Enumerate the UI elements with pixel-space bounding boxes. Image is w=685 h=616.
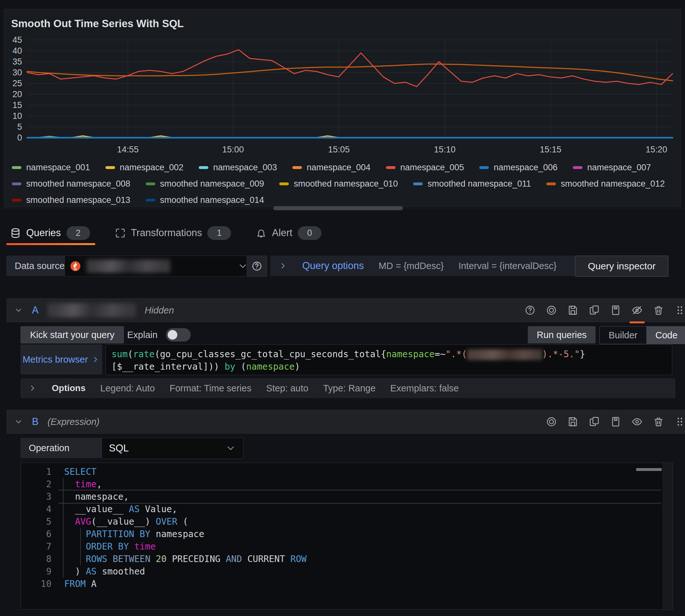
trash-icon[interactable]: [652, 303, 665, 317]
chevron-right-icon[interactable]: [28, 384, 37, 393]
editor-minimap[interactable]: [663, 463, 672, 609]
legend-item[interactable]: smoothed namespace_013: [12, 195, 130, 205]
code-line[interactable]: 2 time,: [21, 478, 662, 490]
query-b-header[interactable]: B (Expression): [6, 410, 685, 434]
legend-item[interactable]: namespace_006: [479, 162, 557, 173]
save-icon[interactable]: [567, 303, 579, 317]
query-options-toggle[interactable]: Query options: [302, 260, 364, 271]
code-line[interactable]: 3 namespace,: [21, 490, 662, 503]
legend-item[interactable]: smoothed namespace_009: [146, 179, 264, 189]
tab-alert[interactable]: Alert 0: [255, 226, 323, 240]
query-b-toolbar: [545, 414, 685, 429]
panel-title: Smooth Out Time Series With SQL: [11, 18, 184, 30]
query-a-name-redacted: [48, 303, 136, 317]
explain-toggle[interactable]: [166, 328, 191, 342]
chevron-down-icon: [225, 443, 236, 454]
help-icon[interactable]: [524, 303, 536, 317]
data-source-help-button[interactable]: [247, 256, 267, 277]
kick-start-query-button[interactable]: Kick start your query: [20, 326, 124, 344]
query-a-hidden-label: Hidden: [145, 305, 174, 316]
trash-icon[interactable]: [652, 414, 665, 429]
legend-swatch: [12, 182, 21, 185]
metrics-browser-button[interactable]: Metrics browser: [20, 345, 102, 374]
line-number: 8: [21, 554, 64, 564]
code-line[interactable]: 5 AVG(__value__) OVER (: [21, 515, 662, 528]
legend-item[interactable]: namespace_005: [386, 162, 464, 173]
editor-mode-switch: Builder Code: [599, 326, 685, 344]
line-number: 6: [21, 529, 64, 539]
legend-item[interactable]: smoothed namespace_008: [12, 179, 130, 189]
legend-swatch: [292, 166, 302, 169]
svg-text:5: 5: [17, 122, 22, 132]
chevron-right-icon: [91, 355, 100, 364]
svg-text:15: 15: [13, 100, 22, 110]
builder-mode-option[interactable]: Builder: [600, 327, 646, 344]
drag-icon[interactable]: [673, 414, 685, 429]
line-number: 3: [21, 491, 64, 502]
legend-item[interactable]: smoothed namespace_010: [279, 179, 398, 189]
svg-text:25: 25: [13, 79, 22, 88]
legend-item[interactable]: namespace_007: [573, 162, 651, 173]
svg-text:20: 20: [13, 89, 22, 99]
code-mode-option[interactable]: Code: [646, 327, 685, 344]
drag-icon[interactable]: [673, 303, 685, 317]
legend-item[interactable]: namespace_001: [12, 162, 90, 173]
code-line[interactable]: 9 ) AS smoothed: [21, 565, 662, 578]
legend-swatch: [386, 166, 396, 169]
interval-text: Interval = {intervalDesc}: [459, 261, 556, 271]
copy-icon[interactable]: [588, 414, 601, 429]
query-a-options-bar: Options Legend: Auto Format: Time series…: [20, 378, 676, 398]
legend-label: namespace_003: [213, 162, 277, 173]
code-line[interactable]: 4 __value__ AS Value,: [21, 503, 662, 515]
legend-item[interactable]: smoothed namespace_012: [546, 179, 665, 189]
code-line[interactable]: 1SELECT: [21, 465, 662, 478]
process-icon: [115, 228, 126, 238]
operation-label: Operation: [20, 438, 114, 458]
legend-item[interactable]: smoothed namespace_011: [413, 179, 531, 189]
tab-alert-label: Alert: [272, 227, 292, 239]
copy-icon[interactable]: [588, 303, 601, 317]
legend-label: smoothed namespace_008: [26, 179, 130, 189]
tab-transformations[interactable]: Transformations 1: [114, 226, 233, 240]
legend-swatch: [199, 166, 208, 169]
run-queries-button[interactable]: Run queries: [528, 326, 596, 344]
book-icon[interactable]: [609, 303, 622, 317]
legend-label: namespace_005: [400, 162, 464, 173]
query-a-header[interactable]: A Hidden: [6, 298, 685, 322]
save-icon[interactable]: [567, 414, 579, 429]
eye-icon[interactable]: [631, 414, 643, 429]
eye-off-icon[interactable]: [631, 303, 643, 317]
legend-item[interactable]: namespace_004: [292, 162, 371, 173]
query-a-toolbar: [524, 303, 685, 317]
question-circle-icon: [251, 261, 262, 271]
legend-item[interactable]: namespace_003: [199, 162, 277, 173]
sql-code-editor[interactable]: 1SELECT2 time,3 namespace,4 __value__ AS…: [20, 463, 673, 610]
code-line[interactable]: 10FROM A: [21, 578, 662, 590]
options-label[interactable]: Options: [52, 383, 86, 393]
data-source-picker[interactable]: [65, 256, 254, 277]
legend-item[interactable]: namespace_002: [106, 162, 184, 173]
promql-editor[interactable]: sum(rate(go_cpu_classes_gc_total_cpu_sec…: [106, 345, 672, 375]
record-icon[interactable]: [545, 303, 558, 317]
code-line[interactable]: 8 ROWS BETWEEN 20 PRECEDING AND CURRENT …: [21, 553, 662, 565]
legend-swatch: [413, 182, 423, 185]
pane-resize-handle[interactable]: [273, 206, 403, 210]
code-line[interactable]: 6 PARTITION BY namespace: [21, 528, 662, 540]
query-inspector-button[interactable]: Query inspector: [575, 256, 668, 277]
tab-queries[interactable]: Queries 2: [9, 226, 91, 240]
code-line[interactable]: 7 ORDER BY time: [21, 540, 662, 553]
legend-item[interactable]: smoothed namespace_014: [146, 195, 264, 205]
chevron-down-icon[interactable]: [14, 417, 23, 426]
time-series-panel: Smooth Out Time Series With SQL 05101520…: [4, 9, 681, 207]
editor-scroll-indicator[interactable]: [636, 468, 662, 471]
svg-text:15:05: 15:05: [328, 145, 350, 154]
record-icon[interactable]: [545, 414, 558, 429]
option-format: Format: Time series: [170, 383, 251, 394]
chevron-down-icon[interactable]: [14, 306, 23, 315]
operation-select[interactable]: SQL: [102, 438, 243, 459]
book-icon[interactable]: [609, 414, 622, 429]
legend-label: namespace_001: [26, 162, 90, 173]
promql-line: sum(rate(go_cpu_classes_gc_total_cpu_sec…: [111, 348, 666, 360]
svg-text:35: 35: [13, 57, 22, 66]
tab-transformations-label: Transformations: [131, 227, 202, 239]
